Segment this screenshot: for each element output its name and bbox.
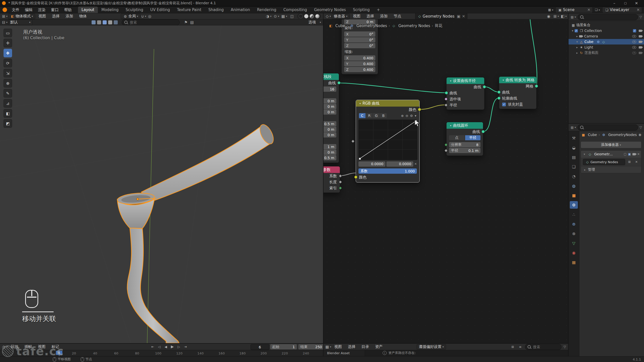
proportional-edit-icon[interactable]: ◎ [147, 14, 152, 19]
viewlayer-browse-icon[interactable]: ❏▾ [595, 7, 600, 12]
asset-search-field[interactable] [525, 344, 561, 350]
bezier-node-header[interactable]: ▾贝塞尔线段 [324, 73, 339, 80]
tool-extrude-button[interactable]: ◩ [4, 119, 12, 128]
delete-point-icon[interactable]: ✕ [414, 162, 417, 166]
tab-texture[interactable]: ▦ [570, 258, 578, 266]
asset-menu-select[interactable]: 选择 [345, 344, 358, 350]
viewport-canvas[interactable]: 用户透视 (6) Collection | Cube ▭ ✛ ✥ ⟳ ⇲ ⊕ ✎… [0, 25, 323, 343]
jump-to-start-button[interactable]: ⇤ [150, 344, 155, 349]
circle-resolution-field[interactable]: 分辨率8 [449, 142, 480, 147]
tool-select-box-button[interactable]: ▭ [4, 29, 12, 37]
bezier-vector-field[interactable]: 1 m [324, 144, 336, 149]
play-button[interactable]: ▶ [170, 344, 175, 349]
new-node-group-icon[interactable]: ⊞ [627, 159, 632, 164]
fac-slider[interactable]: 系数1.000 [358, 168, 417, 174]
viewport-menu-view[interactable]: 视图 [36, 13, 49, 19]
workspace-tab-modeling[interactable]: Modeling [98, 7, 122, 13]
bezier-vector-field[interactable]: 0 m [324, 132, 336, 138]
curve-input-socket[interactable] [497, 90, 501, 94]
render-toggle-icon[interactable] [632, 153, 636, 155]
object-type-visibility-icon[interactable]: ◑▾ [266, 14, 271, 19]
manage-subpanel[interactable]: ▸ 管理 [581, 166, 641, 173]
tool-cursor-button[interactable]: ✛ [4, 39, 12, 47]
spline-param-header[interactable]: ▾样条线参数 [324, 166, 340, 173]
jump-to-end-button[interactable]: ⇥ [183, 344, 188, 349]
curve-tools-icon[interactable]: ⚙ [410, 114, 413, 118]
outliner-search-input[interactable] [585, 15, 635, 19]
gizmo-toggle-icon[interactable]: ⊙▾ [274, 14, 279, 19]
asset-menu-view[interactable]: 视图 [332, 344, 345, 350]
render-toggle-icon[interactable] [639, 35, 642, 37]
blender-menu-icon[interactable] [3, 8, 7, 12]
profile-input-socket[interactable] [497, 97, 501, 100]
bezier-vector-field[interactable]: 0.5 m [324, 155, 336, 160]
tab-output[interactable]: ▤ [570, 153, 578, 161]
maximize-button[interactable]: ▢ [620, 0, 631, 7]
display-list-icon[interactable]: ≡ [517, 344, 523, 349]
menu-help[interactable]: 帮助 [61, 7, 74, 13]
node-menu-select[interactable]: 选择 [364, 13, 377, 19]
node-menu-node[interactable]: 节点 [391, 13, 404, 19]
frame-current-field[interactable]: 6 [251, 344, 269, 350]
tool-scale-button[interactable]: ⇲ [4, 69, 12, 77]
frame-start-field[interactable]: 起始1 [270, 344, 297, 349]
tab-object[interactable]: ■ [570, 192, 578, 199]
rotate-x-field[interactable]: X0° [344, 31, 375, 37]
hide-toggle-icon[interactable] [632, 52, 636, 54]
tool-search-input[interactable] [129, 20, 177, 25]
add-workspace-button[interactable]: + [373, 7, 384, 13]
workspace-tab-uv-editing[interactable]: UV Editing [147, 7, 173, 13]
render-toggle-icon[interactable] [639, 41, 642, 43]
render-toggle-icon[interactable] [639, 30, 642, 32]
outliner-search-field[interactable] [578, 14, 638, 20]
fake-user-icon[interactable]: ▣ [457, 14, 460, 19]
tool-settings-icon[interactable]: ⊟▾ [2, 20, 8, 25]
scale-z-field[interactable]: Z0.400 [344, 67, 375, 72]
viewport-options-menu[interactable]: 选项 [306, 19, 319, 25]
curve-widget[interactable] [358, 120, 417, 160]
outliner-filter-icon[interactable]: ▽ [639, 15, 642, 19]
expand-icon[interactable]: ▸ [575, 51, 579, 55]
workspace-tab-sculpting[interactable]: Sculpting [122, 7, 147, 13]
node-overlay-icon[interactable]: ◧▾ [561, 14, 567, 19]
curve-to-mesh-node[interactable]: ▾曲线 转换为 网格 网格 曲线 轮廓曲线 ✓ 填充封盖 [499, 76, 537, 109]
tool-transform-button[interactable]: ⊕ [4, 79, 12, 87]
close-modifier-icon[interactable]: ✕ [637, 152, 640, 156]
tab-material[interactable]: ◉ [570, 249, 578, 256]
hide-toggle-icon[interactable] [632, 35, 636, 38]
xray-toggle-icon[interactable]: ◫ [289, 14, 295, 19]
mesh-output-socket[interactable] [535, 84, 538, 88]
mode-radius-tab[interactable]: 半径 [465, 135, 481, 140]
asset-menu-catalog[interactable]: 目录 [359, 344, 372, 350]
add-modifier-button[interactable]: 添加修改器▾ [581, 141, 641, 148]
color-output-socket[interactable] [418, 108, 421, 111]
edit-mode-toggle-icon[interactable]: ▢ [624, 152, 626, 156]
node-editor-type-icon[interactable]: ◇▾ [326, 14, 331, 19]
expand-icon[interactable]: ▾ [582, 153, 586, 156]
curve-circle-header[interactable]: ▾曲线圆环 [447, 122, 483, 129]
tab-modifiers[interactable]: ⚙ [570, 201, 578, 209]
expand-icon[interactable]: ▸ [575, 35, 579, 38]
set-curve-radius-node[interactable]: ▾设置曲线半径 曲线 曲线 选中项 半径 [446, 77, 485, 110]
scene-selector[interactable]: ▣ Scene ✕ [555, 7, 593, 13]
shading-wireframe-icon[interactable] [299, 14, 303, 18]
render-toggle-icon[interactable] [639, 46, 642, 49]
node-group-field[interactable]: ◇ Geometry Nodes [583, 159, 625, 165]
menu-file[interactable]: 文件 [9, 7, 22, 13]
workspace-tab-geometry-nodes[interactable]: Geometry Nodes [310, 7, 349, 13]
annotate-flag-icon[interactable]: ⚑ [183, 20, 189, 25]
bezier-segment-node[interactable]: ▾贝塞尔线段 曲线 16 0 m 0 m 0 m 0.5 m 0 m 0 m 1… [324, 73, 339, 163]
curve-zoom-in-icon[interactable]: ⊕ [401, 114, 404, 118]
menu-window[interactable]: 窗口 [48, 7, 61, 13]
tool-move-button[interactable]: ✥ [4, 49, 12, 57]
properties-search-input[interactable] [585, 125, 635, 130]
tool-option-icons[interactable] [92, 20, 118, 24]
prev-keyframe-button[interactable]: ◁ [156, 344, 162, 349]
modifier-wrench-icon[interactable]: ⚙ [596, 40, 600, 44]
mesh-stem[interactable] [127, 228, 179, 343]
mode-selector[interactable]: ◧物体模式▾ [8, 14, 35, 19]
bezier-vector-field[interactable]: 0 m [324, 127, 336, 132]
workspace-tab-texture-paint[interactable]: Texture Paint [174, 7, 205, 13]
rotate-z-field[interactable]: Z0° [344, 43, 375, 48]
channel-r-button[interactable]: R [366, 113, 373, 118]
